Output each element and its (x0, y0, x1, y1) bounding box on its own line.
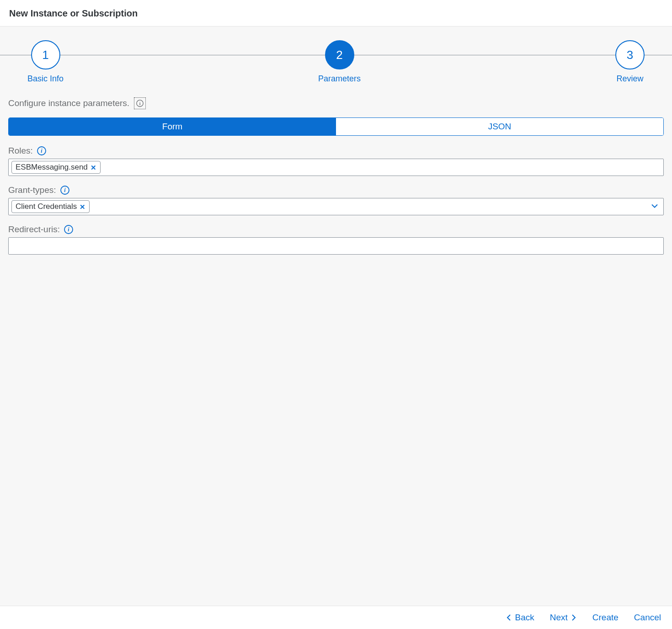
view-mode-toggle: Form JSON (8, 117, 664, 136)
field-label-redirect-uris: Redirect-uris: (8, 224, 60, 235)
next-button-label: Next (550, 613, 568, 623)
dialog-footer: Back Next Create Cancel (0, 606, 672, 629)
wizard-step-label: Basic Info (27, 74, 64, 84)
info-icon[interactable]: i (60, 185, 70, 195)
wizard-step-basic-info[interactable]: 1 Basic Info (27, 40, 64, 84)
info-icon[interactable]: i (134, 97, 146, 109)
close-icon[interactable]: ✕ (91, 164, 96, 171)
roles-text-input[interactable] (102, 161, 661, 173)
form-content: Configure instance parameters. i Form JS… (0, 88, 672, 277)
svg-text:i: i (41, 148, 43, 154)
chevron-down-icon[interactable] (651, 202, 659, 212)
wizard-step-number: 1 (31, 40, 60, 69)
svg-text:i: i (68, 226, 69, 233)
grant-types-text-input[interactable] (91, 201, 661, 213)
wizard-progress: 1 Basic Info 2 Parameters 3 Review (0, 27, 672, 88)
chevron-right-icon (570, 614, 577, 621)
dialog-body: 1 Basic Info 2 Parameters 3 Review Confi… (0, 27, 672, 606)
svg-text:i: i (64, 187, 66, 193)
intro-row: Configure instance parameters. i (8, 97, 664, 109)
field-label-grant-types: Grant-types: (8, 185, 56, 195)
roles-input[interactable]: ESBMessaging.send ✕ (8, 159, 664, 176)
next-button[interactable]: Next (550, 613, 577, 623)
cancel-button[interactable]: Cancel (634, 613, 661, 623)
wizard-step-review[interactable]: 3 Review (615, 40, 645, 84)
back-button[interactable]: Back (506, 613, 534, 623)
svg-text:i: i (139, 101, 141, 106)
info-icon[interactable]: i (37, 146, 47, 156)
token-label: Client Credentials (16, 202, 77, 211)
wizard-step-label: Parameters (318, 74, 361, 84)
intro-text: Configure instance parameters. (8, 98, 129, 108)
info-icon[interactable]: i (64, 224, 74, 235)
chevron-left-icon (506, 614, 513, 621)
close-icon[interactable]: ✕ (80, 203, 85, 210)
role-token: ESBMessaging.send ✕ (11, 161, 101, 174)
field-grant-types: Grant-types: i Client Credentials ✕ (8, 185, 664, 215)
create-button[interactable]: Create (592, 613, 619, 623)
wizard-step-parameters[interactable]: 2 Parameters (318, 40, 361, 84)
field-roles: Roles: i ESBMessaging.send ✕ (8, 146, 664, 176)
wizard-step-label: Review (616, 74, 643, 84)
token-label: ESBMessaging.send (16, 163, 88, 172)
new-instance-dialog: New Instance or Subscription 1 Basic Inf… (0, 0, 672, 629)
tab-form[interactable]: Form (9, 118, 336, 135)
redirect-uris-input[interactable] (8, 237, 664, 255)
dialog-title: New Instance or Subscription (0, 0, 672, 27)
redirect-uris-text-input[interactable] (11, 240, 661, 252)
grant-types-input[interactable]: Client Credentials ✕ (8, 198, 664, 215)
wizard-step-number: 3 (615, 40, 645, 69)
grant-type-token: Client Credentials ✕ (11, 200, 90, 213)
field-label-roles: Roles: (8, 146, 33, 156)
back-button-label: Back (515, 613, 534, 623)
tab-json[interactable]: JSON (336, 118, 663, 135)
wizard-step-number: 2 (325, 40, 354, 69)
field-redirect-uris: Redirect-uris: i (8, 224, 664, 255)
